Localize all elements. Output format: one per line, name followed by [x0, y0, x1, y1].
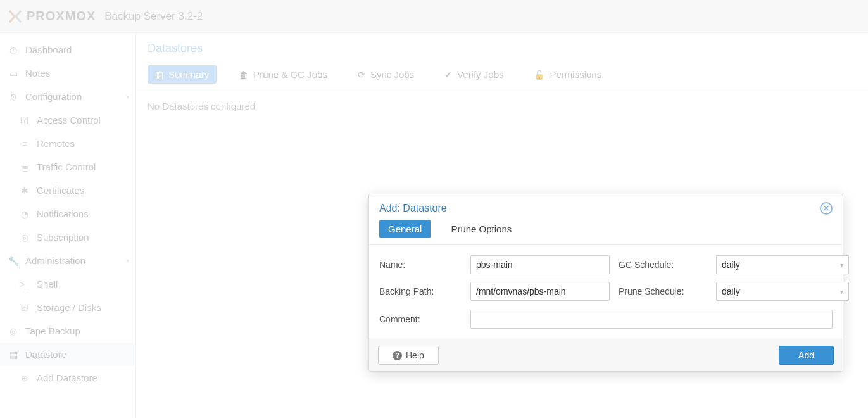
sidebar-item-label: Notifications: [37, 208, 89, 219]
book-icon: ▥: [155, 70, 163, 80]
sidebar-item-add-datastore[interactable]: ⊕Add Datastore: [0, 366, 135, 390]
dialog-tab-prune-options[interactable]: Prune Options: [442, 220, 520, 238]
select-value: daily: [722, 260, 740, 270]
sidebar-item-label: Remotes: [37, 138, 75, 149]
certificate-icon: ✱: [19, 186, 30, 196]
sidebar-item-subscription[interactable]: ◎Subscription: [0, 225, 135, 249]
sidebar-item-configuration[interactable]: ⚙Configuration▾: [0, 85, 135, 108]
backing-path-label: Backing Path:: [379, 286, 462, 296]
tab-prune-gc[interactable]: 🗑Prune & GC Jobs: [232, 65, 335, 84]
plus-circle-icon: ⊕: [19, 373, 30, 383]
tab-sync-jobs[interactable]: ⟳Sync Jobs: [350, 65, 422, 84]
chevron-down-icon: ▾: [840, 262, 843, 269]
sidebar-item-shell[interactable]: >_Shell: [0, 272, 135, 296]
empty-message: No Datastores configured: [136, 91, 868, 122]
logo-icon: [8, 9, 23, 24]
sidebar-item-label: Dashboard: [25, 44, 72, 55]
tab-permissions[interactable]: 🔓Permissions: [526, 65, 609, 84]
key-icon: ⚿: [19, 115, 30, 125]
help-icon: ?: [393, 351, 402, 360]
sidebar-item-dashboard[interactable]: ◷Dashboard: [0, 38, 135, 61]
close-button[interactable]: ✕: [820, 202, 833, 215]
prune-schedule-select[interactable]: daily▾: [716, 282, 849, 301]
sidebar: ◷Dashboard ▭Notes ⚙Configuration▾ ⚿Acces…: [0, 33, 136, 418]
sidebar-item-access-control[interactable]: ⚿Access Control: [0, 108, 135, 132]
datastore-icon: ▤: [8, 350, 19, 360]
sidebar-item-label: Add Datastore: [37, 372, 97, 383]
sidebar-item-label: Tape Backup: [25, 326, 80, 336]
chevron-down-icon: ▾: [126, 93, 129, 100]
tab-label: Permissions: [550, 69, 601, 80]
notes-icon: ▭: [8, 68, 19, 79]
unlock-icon: 🔓: [534, 70, 544, 80]
app-header: PROXMOX Backup Server 3.2-2: [0, 0, 868, 33]
dialog-tab-general[interactable]: General: [379, 220, 431, 238]
button-label: Add: [798, 350, 814, 360]
add-button[interactable]: Add: [779, 346, 834, 365]
sidebar-item-remotes[interactable]: ≡Remotes: [0, 132, 135, 155]
sidebar-item-label: Shell: [37, 279, 58, 289]
sidebar-item-label: Configuration: [25, 91, 82, 102]
server-icon: ≡: [19, 139, 30, 149]
trash-icon: 🗑: [239, 70, 248, 80]
gears-icon: ⚙: [8, 92, 19, 102]
check-circle-icon: ✔: [444, 70, 452, 80]
sidebar-item-administration[interactable]: 🔧Administration▾: [0, 249, 135, 272]
comment-label: Comment:: [379, 314, 462, 324]
prune-schedule-label: Prune Schedule:: [619, 286, 707, 296]
sidebar-item-traffic-control[interactable]: ▤Traffic Control: [0, 155, 135, 179]
logo-text: PROXMOX: [27, 9, 96, 23]
name-label: Name:: [379, 260, 462, 270]
main-tabs: ▥Summary 🗑Prune & GC Jobs ⟳Sync Jobs ✔Ve…: [136, 61, 868, 91]
sidebar-item-label: Traffic Control: [37, 162, 96, 172]
sidebar-item-notifications[interactable]: ◔Notifications: [0, 202, 135, 225]
select-value: daily: [722, 286, 740, 296]
hdd-icon: ⛁: [19, 303, 30, 313]
sidebar-item-label: Access Control: [37, 115, 101, 125]
gc-schedule-select[interactable]: daily▾: [716, 255, 849, 274]
backing-path-input[interactable]: [470, 282, 610, 301]
sidebar-item-notes[interactable]: ▭Notes: [0, 61, 135, 85]
logo: PROXMOX: [8, 9, 96, 24]
tab-label: Prune & GC Jobs: [253, 69, 327, 80]
header-subtitle: Backup Server 3.2-2: [104, 10, 203, 23]
sidebar-item-datastore[interactable]: ▤Datastore: [0, 343, 135, 366]
sidebar-item-tape-backup[interactable]: ◎Tape Backup: [0, 319, 135, 343]
comment-input[interactable]: [470, 310, 833, 329]
bars-icon: ▤: [19, 162, 30, 172]
help-button[interactable]: ?Help: [378, 346, 439, 365]
sidebar-item-certificates[interactable]: ✱Certificates: [0, 179, 135, 202]
dashboard-icon: ◷: [8, 45, 19, 55]
gc-schedule-label: GC Schedule:: [619, 260, 707, 270]
name-input[interactable]: [470, 255, 610, 274]
sidebar-item-label: Storage / Disks: [37, 302, 101, 313]
support-icon: ◎: [19, 232, 30, 243]
chevron-down-icon: ▾: [840, 288, 843, 295]
tab-label: Verify Jobs: [457, 69, 503, 80]
tab-summary[interactable]: ▥Summary: [148, 65, 217, 84]
page-title: Datastores: [136, 33, 868, 61]
wrench-icon: 🔧: [8, 256, 19, 266]
sidebar-item-label: Datastore: [25, 349, 66, 360]
close-icon: ✕: [823, 204, 829, 213]
dialog-title: Add: Datastore: [379, 203, 447, 214]
tab-label: Sync Jobs: [370, 69, 414, 80]
bell-icon: ◔: [19, 209, 30, 219]
sidebar-item-label: Subscription: [37, 232, 89, 243]
terminal-icon: >_: [19, 279, 30, 289]
sidebar-item-storage-disks[interactable]: ⛁Storage / Disks: [0, 296, 135, 319]
tape-icon: ◎: [8, 326, 19, 336]
refresh-icon: ⟳: [358, 70, 365, 80]
add-datastore-dialog: Add: Datastore ✕ General Prune Options N…: [368, 194, 843, 372]
sidebar-item-label: Notes: [25, 68, 50, 79]
button-label: Help: [406, 350, 424, 360]
sidebar-item-label: Certificates: [37, 185, 84, 196]
tab-label: Summary: [168, 69, 209, 80]
chevron-down-icon: ▾: [126, 257, 129, 264]
sidebar-item-label: Administration: [25, 255, 85, 266]
tab-verify-jobs[interactable]: ✔Verify Jobs: [437, 65, 511, 84]
